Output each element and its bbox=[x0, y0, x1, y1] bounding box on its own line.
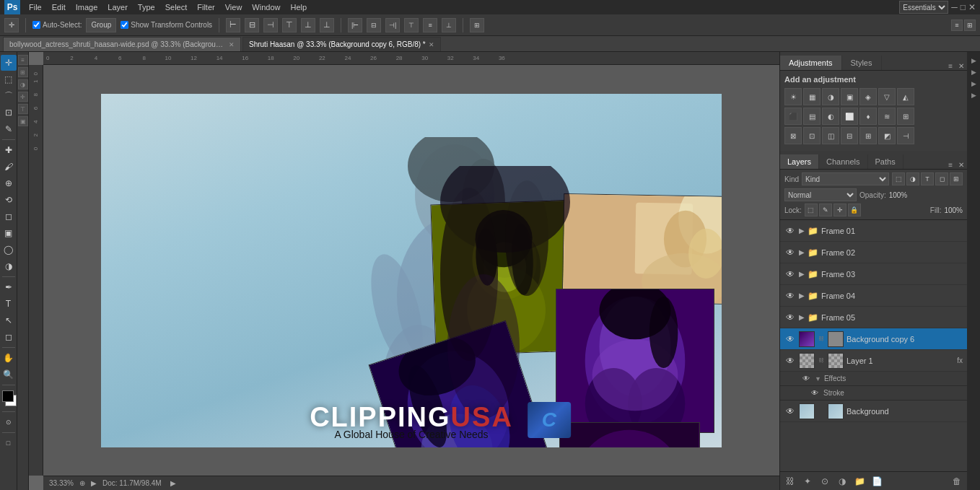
layer-frame02-arrow[interactable]: ▶ bbox=[799, 248, 805, 256]
vpb-btn-6[interactable]: ▣ bbox=[18, 116, 28, 126]
lasso-tool[interactable]: ⌒ bbox=[1, 88, 17, 104]
menu-edit[interactable]: Edit bbox=[48, 1, 70, 13]
layer-frame04-vis[interactable]: 👁 bbox=[784, 290, 796, 302]
lock-move[interactable]: ✛ bbox=[834, 204, 846, 216]
mini-btn-2[interactable]: ▶ bbox=[968, 66, 979, 78]
adj-color-lookup[interactable]: ⬜ bbox=[841, 108, 858, 125]
menu-layer[interactable]: Layer bbox=[103, 1, 132, 13]
layers-panel-close[interactable]: ✕ bbox=[955, 161, 967, 169]
adj-curves[interactable]: ◑ bbox=[822, 88, 839, 105]
layer-background[interactable]: 👁 Background bbox=[780, 401, 967, 422]
distribute-left-icon[interactable]: |⊢ bbox=[348, 18, 362, 32]
mini-btn-3[interactable]: ▶ bbox=[968, 78, 979, 89]
hand-tool[interactable]: ✋ bbox=[1, 350, 17, 366]
menu-window[interactable]: Window bbox=[248, 1, 284, 13]
adj-selective-color[interactable]: ⊡ bbox=[803, 127, 821, 144]
tab-channels[interactable]: Channels bbox=[819, 154, 867, 169]
type-tool[interactable]: T bbox=[1, 296, 17, 312]
align-left-icon[interactable]: ⊢ bbox=[226, 18, 240, 32]
pen-tool[interactable]: ✒ bbox=[1, 279, 17, 295]
adj-gradient-map[interactable]: ⊠ bbox=[784, 127, 802, 144]
align-top-icon[interactable]: ⊤ bbox=[282, 18, 297, 32]
adj-btn5[interactable]: ⊞ bbox=[859, 127, 877, 144]
move-tool[interactable]: ✛ bbox=[1, 55, 17, 71]
workspace-select[interactable]: Essentials bbox=[899, 1, 948, 14]
maximize-btn[interactable]: □ bbox=[961, 2, 966, 12]
vpb-btn-3[interactable]: ◑ bbox=[18, 79, 28, 89]
adj-btn7[interactable]: ⊣ bbox=[897, 127, 914, 144]
adj-btn3[interactable]: ◫ bbox=[822, 127, 839, 144]
distribute-bottom-icon[interactable]: ⊥ bbox=[442, 18, 456, 32]
canvas-content[interactable]: CLIPPINGUSA A Global House of Creative N… bbox=[43, 65, 779, 476]
tab-1-close[interactable]: ✕ bbox=[229, 41, 235, 48]
layer-frame04-arrow[interactable]: ▶ bbox=[799, 292, 805, 299]
close-btn[interactable]: ✕ bbox=[968, 2, 976, 12]
vpb-btn-2[interactable]: ⊞ bbox=[18, 67, 28, 77]
kind-smart[interactable]: ⊞ bbox=[950, 172, 963, 185]
adj-hue-sat[interactable]: ▽ bbox=[878, 88, 896, 105]
effects-arrow[interactable]: ▼ bbox=[815, 375, 821, 382]
crop-tool[interactable]: ⊡ bbox=[1, 105, 17, 121]
layer-stroke-vis[interactable]: 👁 bbox=[809, 388, 821, 399]
layer-new-icon[interactable]: 📄 bbox=[870, 474, 884, 489]
layer-frame05-arrow[interactable]: ▶ bbox=[799, 313, 805, 321]
panel-icon1[interactable]: ≡ bbox=[951, 19, 963, 31]
selection-tool[interactable]: ⬚ bbox=[1, 71, 17, 87]
vpb-btn-1[interactable]: ≡ bbox=[18, 55, 28, 65]
eyedropper-tool[interactable]: ✎ bbox=[1, 121, 17, 137]
screen-mode[interactable]: □ bbox=[1, 435, 17, 451]
adj-threshold[interactable]: ⊞ bbox=[897, 108, 914, 125]
quick-mask[interactable]: ⊙ bbox=[1, 414, 17, 430]
menu-help[interactable]: Help bbox=[286, 1, 311, 13]
layers-panel-menu[interactable]: ≡ bbox=[945, 161, 955, 169]
tab-adjustments[interactable]: Adjustments bbox=[780, 56, 842, 70]
minimize-btn[interactable]: ─ bbox=[951, 2, 958, 12]
tab-2[interactable]: Shruti Haasan @ 33.3% (Background copy 6… bbox=[242, 37, 441, 51]
history-brush[interactable]: ⟲ bbox=[1, 192, 17, 208]
adj-channel-mixer[interactable]: ◐ bbox=[822, 108, 839, 125]
foreground-color[interactable] bbox=[2, 390, 14, 402]
layer-1[interactable]: 👁 ⛓ Layer 1 fx bbox=[780, 350, 967, 372]
lock-paint[interactable]: ✎ bbox=[819, 204, 832, 216]
menu-select[interactable]: Select bbox=[161, 1, 192, 13]
adj-posterize[interactable]: ≋ bbox=[878, 108, 896, 125]
kind-type[interactable]: T bbox=[921, 172, 934, 185]
menu-file[interactable]: File bbox=[25, 1, 46, 13]
align-center-h-icon[interactable]: ⊟ bbox=[245, 18, 259, 32]
layer-frame05-vis[interactable]: 👁 bbox=[784, 312, 796, 323]
menu-view[interactable]: View bbox=[221, 1, 247, 13]
mini-btn-1[interactable]: ▶ bbox=[968, 55, 979, 66]
blend-mode-select[interactable]: Normal Multiply Screen bbox=[784, 188, 857, 201]
brush-tool[interactable]: 🖌 bbox=[1, 159, 17, 175]
distribute-center-h-icon[interactable]: ⊟ bbox=[367, 18, 381, 32]
kind-pixel[interactable]: ⬚ bbox=[892, 172, 905, 185]
layer-delete-icon[interactable]: 🗑 bbox=[950, 474, 964, 489]
distribute-middle-v-icon[interactable]: ≡ bbox=[423, 18, 437, 32]
layer-frame04[interactable]: 👁 ▶ 📁 Frame 04 bbox=[780, 285, 967, 307]
zoom-tool[interactable]: 🔍 bbox=[1, 367, 17, 382]
layer-frame03-vis[interactable]: 👁 bbox=[784, 268, 796, 280]
adj-levels[interactable]: ▦ bbox=[803, 88, 821, 105]
adj-btn6[interactable]: ◩ bbox=[878, 127, 896, 144]
fill-value[interactable]: 100% bbox=[944, 206, 963, 214]
layer-frame05[interactable]: 👁 ▶ 📁 Frame 05 bbox=[780, 307, 967, 328]
auto-align-icon[interactable]: ⊞ bbox=[470, 18, 484, 32]
layer-frame01-vis[interactable]: 👁 bbox=[784, 225, 796, 237]
adj-exposure[interactable]: ▣ bbox=[841, 88, 858, 105]
group-dropdown[interactable]: Group bbox=[86, 18, 116, 32]
menu-filter[interactable]: Filter bbox=[193, 1, 219, 13]
menu-image[interactable]: Image bbox=[71, 1, 102, 13]
layer-1-vis[interactable]: 👁 bbox=[784, 355, 796, 367]
vpb-btn-5[interactable]: ⊤ bbox=[18, 104, 28, 114]
align-bottom-icon[interactable]: ⊥ bbox=[320, 18, 334, 32]
auto-select-checkbox[interactable] bbox=[32, 21, 40, 29]
opacity-value[interactable]: 100% bbox=[889, 191, 908, 199]
adj-panel-menu[interactable]: ≡ bbox=[945, 62, 955, 70]
kind-select[interactable]: Kind bbox=[802, 172, 889, 185]
adj-invert[interactable]: ♦ bbox=[859, 108, 877, 125]
layer-frame03[interactable]: 👁 ▶ 📁 Frame 03 bbox=[780, 263, 967, 285]
layer-background-vis[interactable]: 👁 bbox=[784, 406, 796, 417]
kind-adj[interactable]: ◑ bbox=[906, 172, 919, 185]
lock-transparent[interactable]: ⬚ bbox=[805, 204, 818, 216]
layer-1-fx-icon[interactable]: fx bbox=[957, 356, 963, 364]
